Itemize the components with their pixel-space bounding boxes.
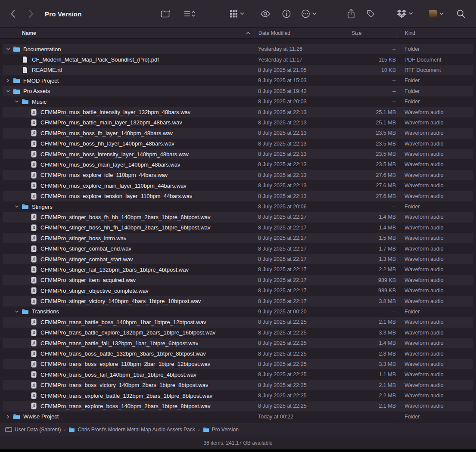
disclosure-triangle[interactable] bbox=[13, 204, 21, 209]
file-row[interactable]: CFMMPro_stinger_objective_complete.wav8 … bbox=[3, 285, 473, 296]
file-row[interactable]: CFMMPro_trans_battle_explore_132bpm_2bar… bbox=[3, 328, 473, 338]
file-name-cell: CFMMPro_trans_boss_explore_110bpm_2bar_1… bbox=[3, 361, 255, 368]
date-modified: 8 July 2025 at 22:17 bbox=[255, 225, 346, 231]
breadcrumb-item[interactable]: User Data (Sabrent) bbox=[5, 427, 61, 433]
file-size: 27.6 MB bbox=[346, 193, 398, 199]
audio-file-icon bbox=[29, 172, 38, 179]
disclosure-triangle[interactable] bbox=[13, 310, 21, 314]
file-row[interactable]: CFMMPro_mus_explore_tension_layer_110bpm… bbox=[3, 191, 473, 201]
file-row[interactable]: CFMMPro_trans_boss_explore_110bpm_2bar_1… bbox=[3, 359, 473, 369]
file-row[interactable]: FMOD Project9 July 2025 at 15:03--Folder bbox=[3, 75, 473, 86]
file-row[interactable]: CFMMPro_trans_boss_victory_140bpm_2bars_… bbox=[3, 380, 473, 390]
new-folder-button[interactable] bbox=[161, 9, 171, 18]
date-modified: Today at 00:22 bbox=[255, 414, 346, 420]
audio-file-icon bbox=[29, 161, 38, 168]
back-button[interactable] bbox=[11, 9, 16, 18]
file-row[interactable]: Transitions9 July 2025 at 00:20--Folder bbox=[3, 306, 473, 317]
date-modified: 8 July 2025 at 22:13 bbox=[255, 141, 346, 147]
file-row[interactable]: CFMMPro_stinger_victory_140bpm_4bars_1bt… bbox=[3, 296, 473, 306]
disclosure-triangle[interactable] bbox=[4, 415, 12, 419]
file-size: 2.1 MB bbox=[346, 403, 398, 409]
file-name: CFMMPro_mus_battle_intensity_layer_132bp… bbox=[40, 109, 190, 115]
file-name: CFMMPro_stinger_objective_complete.wav bbox=[40, 288, 149, 294]
file-row[interactable]: CFMMPro_mus_battle_intensity_layer_132bp… bbox=[3, 107, 473, 117]
file-row[interactable]: Stingers8 July 2025 at 20:06--Folder bbox=[3, 201, 473, 212]
file-name-cell: CFMMPro_trans_battle_explore_132bpm_2bar… bbox=[3, 329, 255, 336]
disclosure-triangle[interactable] bbox=[13, 99, 21, 104]
file-row[interactable]: CFMMPro_mus_explore_idle_110bpm_44bars.w… bbox=[3, 170, 473, 180]
file-size: 3.3 MB bbox=[346, 361, 398, 367]
file-row[interactable]: CFMMPro_mus_explore_main_layer_110bpm_44… bbox=[3, 180, 473, 191]
file-row[interactable]: CFMMPro_stinger_combat_start.wav8 July 2… bbox=[3, 254, 473, 264]
file-row[interactable]: README.rtf8 July 2025 at 21:0510 KBRTF D… bbox=[3, 65, 473, 75]
file-row[interactable]: CFMMPro_trans_explore_boss_140bpm_2bars_… bbox=[3, 401, 473, 411]
file-name: CFMMPro_mus_boss_main_layer_140bpm_48bar… bbox=[40, 161, 180, 168]
file-row[interactable]: CFMMPro_trans_explore_battle_132bpm_2bar… bbox=[3, 390, 473, 401]
disclosure-triangle[interactable] bbox=[4, 47, 12, 51]
breadcrumb-item[interactable]: Chris Frost's Modern Metal Map Audio Ass… bbox=[68, 427, 195, 433]
file-name-cell: CFMMPro_stinger_boss_intro.wav bbox=[3, 235, 255, 241]
search-button[interactable] bbox=[457, 9, 465, 18]
breadcrumb-item[interactable]: Pro Version bbox=[203, 427, 239, 433]
file-name: CFMMPro_mus_explore_tension_layer_110bpm… bbox=[40, 193, 192, 199]
file-name-cell: CFMMPro_mus_battle_main_layer_132bpm_48b… bbox=[3, 119, 255, 126]
file-row[interactable]: CF_Modern_Metal_Map_Pack_Soundlist_(Pro)… bbox=[3, 54, 473, 65]
column-header-size[interactable]: Size bbox=[346, 28, 398, 38]
file-name: CFMMPro_mus_explore_main_layer_110bpm_44… bbox=[40, 183, 187, 189]
file-row[interactable]: CFMMPro_stinger_boss_hh_fh_140bpm_2bars_… bbox=[3, 223, 473, 233]
more-actions-button[interactable] bbox=[301, 9, 317, 18]
file-row[interactable]: CFMMPro_mus_battle_main_layer_132bpm_48b… bbox=[3, 118, 473, 128]
file-row[interactable]: CFMMPro_trans_boss_fail_140bpm_1bar_1btp… bbox=[3, 369, 473, 380]
file-row[interactable]: CFMMPro_trans_battle_boss_140bpm_1bar_1b… bbox=[3, 317, 473, 327]
file-kind: Folder bbox=[398, 88, 473, 94]
column-header-kind[interactable]: Kind bbox=[398, 28, 473, 38]
file-row[interactable]: CFMMPro_stinger_fail_132bpm_2bars_1btpre… bbox=[3, 264, 473, 275]
file-size: 2.8 MB bbox=[346, 351, 398, 357]
column-header-name[interactable]: Name bbox=[3, 28, 255, 38]
app-actions-button[interactable] bbox=[428, 9, 444, 18]
file-row[interactable]: CFMMPro_trans_battle_fail_132bpm_1bar_1b… bbox=[3, 338, 473, 348]
file-name-cell: CFMMPro_trans_explore_battle_132bpm_2bar… bbox=[3, 392, 255, 399]
folder-icon bbox=[21, 204, 29, 210]
file-row[interactable]: Wwise ProjectToday at 00:22--Folder bbox=[3, 412, 473, 422]
file-name-cell: CFMMPro_trans_explore_boss_140bpm_2bars_… bbox=[3, 402, 255, 409]
folder-icon bbox=[12, 88, 21, 94]
list-view-sort-button[interactable] bbox=[184, 10, 196, 18]
disclosure-triangle[interactable] bbox=[4, 78, 12, 83]
folder-icon bbox=[21, 309, 29, 315]
folder-icon bbox=[68, 427, 75, 432]
audio-file-icon bbox=[29, 119, 38, 126]
file-name: CFMMPro_mus_boss_fh_layer_140bpm_48bars.… bbox=[40, 130, 173, 136]
disclosure-triangle[interactable] bbox=[4, 89, 12, 93]
tag-button[interactable] bbox=[367, 9, 376, 18]
file-row[interactable]: DocumentationYesterday at 11:26--Folder bbox=[3, 44, 473, 54]
column-header-date-modified[interactable]: Date Modified bbox=[255, 28, 346, 38]
audio-file-icon bbox=[29, 182, 38, 189]
file-name-cell: CFMMPro_stinger_objective_complete.wav bbox=[3, 287, 255, 294]
tag-icon bbox=[367, 9, 376, 18]
file-row[interactable]: Pro Assets8 July 2025 at 19:42--Folder bbox=[3, 86, 473, 96]
file-row[interactable]: CFMMPro_stinger_boss_intro.wav8 July 202… bbox=[3, 233, 473, 243]
file-row[interactable]: CFMMPro_mus_boss_fh_layer_140bpm_48bars.… bbox=[3, 128, 473, 138]
quick-look-button[interactable] bbox=[260, 10, 271, 17]
file-row[interactable]: CFMMPro_trans_boss_battle_132bpm_3bars_1… bbox=[3, 348, 473, 359]
file-row[interactable]: CFMMPro_stinger_item_acquired.wav8 July … bbox=[3, 275, 473, 285]
forward-button[interactable] bbox=[29, 9, 34, 18]
file-row[interactable]: CFMMPro_mus_boss_intensity_layer_140bpm_… bbox=[3, 149, 473, 159]
folder-icon bbox=[21, 99, 29, 105]
chevron-down-icon bbox=[409, 12, 413, 15]
dropbox-button[interactable] bbox=[397, 9, 413, 18]
file-name: Documentation bbox=[23, 46, 61, 53]
file-row[interactable]: CFMMPro_stinger_combat_end.wav8 July 202… bbox=[3, 243, 473, 254]
window-title: Pro Version bbox=[45, 10, 82, 17]
group-view-button[interactable] bbox=[230, 9, 244, 18]
file-row[interactable]: CFMMPro_mus_boss_main_layer_140bpm_48bar… bbox=[3, 159, 473, 170]
file-row[interactable]: Music8 July 2025 at 20:03--Folder bbox=[3, 96, 473, 107]
get-info-button[interactable] bbox=[282, 9, 291, 18]
share-button[interactable] bbox=[347, 9, 355, 19]
file-size: 1.4 MB bbox=[346, 225, 398, 231]
file-row[interactable]: CFMMPro_mus_boss_hh_layer_140bpm_48bars.… bbox=[3, 139, 473, 149]
audio-file-icon bbox=[29, 235, 38, 241]
file-row[interactable]: CFMMPro_stinger_boss_fh_hh_140bpm_2bars_… bbox=[3, 212, 473, 222]
status-text: 36 items, 241.17 GB available bbox=[203, 440, 272, 446]
